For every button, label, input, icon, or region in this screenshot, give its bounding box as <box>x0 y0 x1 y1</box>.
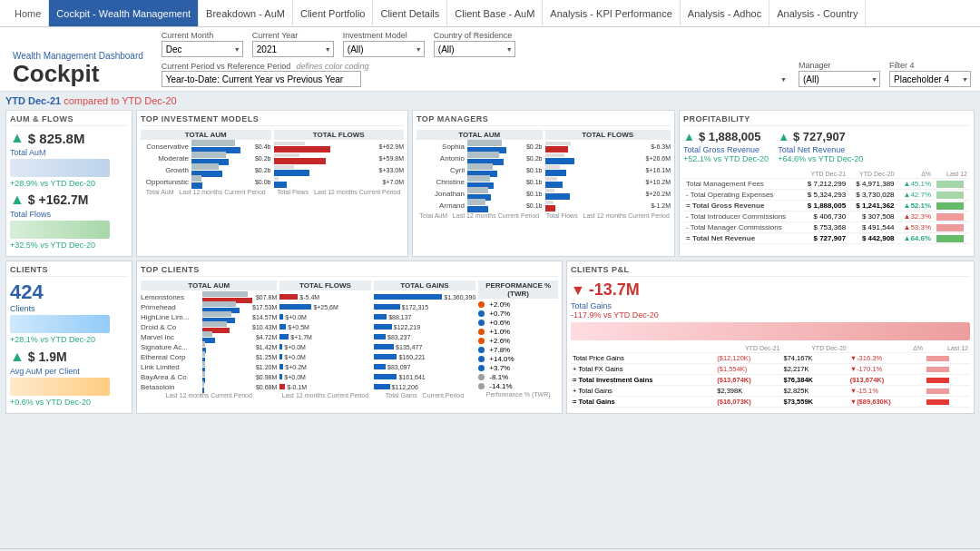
manager-select[interactable]: (All) <box>799 71 880 87</box>
cf-row-8: $+0.2M <box>279 362 370 371</box>
gross-revenue-label: Total Gross Revenue <box>683 145 769 154</box>
period-label: YTD Dec-21 <box>5 95 61 106</box>
profitability-title: PROFITABILITY <box>683 114 970 126</box>
perf-dot-6 <box>478 347 485 353</box>
main-content: YTD Dec-21 compared to YTD Dec-20 AuM & … <box>0 92 980 548</box>
current-month-select[interactable]: Dec <box>162 41 243 57</box>
nav-breakdown[interactable]: Breakdown - AuM <box>199 0 293 26</box>
page-title: Cockpit <box>13 61 143 87</box>
profitability-panel: PROFITABILITY ▲ $ 1,888,005 Total Gross … <box>679 110 975 257</box>
top-row: AuM & FLOWS ▲ $ 825.8M Total AuM +28.9% … <box>5 110 975 257</box>
perf-dot-3 <box>478 320 485 326</box>
inv-aum-bar-4: $0.0b <box>191 177 271 187</box>
nav-cockpit[interactable]: Cockpit - Wealth Management <box>49 0 199 26</box>
total-aum-label: Total AuM <box>10 148 128 157</box>
cp-row-5: +2.6% <box>478 337 558 345</box>
nav-analysis-kpi[interactable]: Analysis - KPI Performance <box>543 0 681 26</box>
mgr-aum-row-cyril: Cyril$0.1b <box>416 165 543 175</box>
inv-flows-footer: Total Flows Last 12 months Current Perio… <box>274 189 405 195</box>
inv-bar-section: TOTAL AUM Conservative $0.4b Moderate <box>141 130 404 195</box>
inv-aum-row-4: Opportunistic $0.0b <box>141 177 271 187</box>
nav-analysis-country[interactable]: Analysis - Country <box>769 0 866 26</box>
cf-row-7: $+0.0M <box>279 352 370 361</box>
ref-period-select[interactable]: Year-to-Date: Current Year vs Previous Y… <box>162 71 361 87</box>
gross-revenue-metric: ▲ $ 1,888,005 Total Gross Revenue +52.1%… <box>683 130 769 166</box>
nav-bar: Home Cockpit - Wealth Management Breakdo… <box>0 0 980 27</box>
inv-aum-row-1: Conservative $0.4b <box>141 142 271 152</box>
perf-dot-8 <box>478 365 485 371</box>
top-mgr-panel: TOP MANAGERS TOTAL AUM Sophia$0.2b Anton… <box>412 110 675 257</box>
cp-row-4: +1.0% <box>478 328 558 336</box>
clients-gains-footer: Total Gains Current Period <box>374 392 476 398</box>
country-label: Country of Residence <box>434 31 515 40</box>
pnl-value: -13.7M <box>589 280 640 300</box>
mgr-aum-chart: TOTAL AUM Sophia$0.2b Antonio$0.2b Cyril… <box>416 130 543 219</box>
cg-row-4: $122,219 <box>374 322 476 331</box>
nav-analysis-adhoc[interactable]: Analysis - Adhoc <box>681 0 769 26</box>
cg-row-1: $1,360,390 <box>374 292 476 301</box>
aum-flows-panel: AuM & FLOWS ▲ $ 825.8M Total AuM +28.9% … <box>5 110 132 257</box>
mgr-flows-row-cyril: $+16.1M <box>545 165 671 175</box>
flows-arrow-icon: ▲ <box>10 192 24 208</box>
top-clients-panel: TOP CLIENTS TOTAL AUM Lemonstones$07.8M … <box>136 261 563 414</box>
pnl-arrow-icon: ▼ <box>571 282 585 299</box>
clients-flows-chart: TOTAL FLOWS $-5.4M $+25.6M $+0.0M $+0.5M… <box>279 280 370 398</box>
clients-perf-title: PERFORMANCE % (TWR) <box>478 280 558 299</box>
client-row-3: HighLine Lim...$14.57M <box>141 312 277 321</box>
clients-perf-chart: PERFORMANCE % (TWR) +2.0% +0.7% +0.6% +1… <box>478 280 558 398</box>
cg-row-3: $88,137 <box>374 312 476 321</box>
clients-aum-footer: Last 12 months Current Period <box>141 392 277 398</box>
header: Wealth Management Dashboard Cockpit Curr… <box>0 27 980 92</box>
cg-row-9: $161,641 <box>374 372 476 381</box>
current-year-select[interactable]: 2021 <box>252 41 334 57</box>
mgr-aum-row-jonathan: Jonathan$0.1b <box>416 189 543 199</box>
color-coding-label: defines color coding <box>296 62 368 71</box>
pnl-row-2: + Total FX Gains($1,554K)$2,217K▼-170.1% <box>571 364 970 375</box>
pnl-gains-label: Total Gains <box>571 301 970 310</box>
mgr-bar-section: TOTAL AUM Sophia$0.2b Antonio$0.2b Cyril… <box>416 130 671 219</box>
cp-row-8: +3.7% <box>478 364 558 372</box>
client-row-8: Link Limited$1.20M <box>141 362 277 371</box>
cf-row-6: $+0.0M <box>279 342 370 351</box>
mgr-flows-footer: Total Flows Last 12 months Current Perio… <box>545 212 671 219</box>
nav-client-base[interactable]: Client Base - AuM <box>447 0 543 26</box>
pnl-row-1: Total Price Gains($12,120K)$74,167K▼-316… <box>571 353 970 364</box>
nav-client-details[interactable]: Client Details <box>373 0 447 26</box>
pnl-col-ytd21: YTD Dec-21 <box>715 344 781 353</box>
nav-client-portfolio[interactable]: Client Portfolio <box>293 0 374 26</box>
pnl-col-ytd20: YTD Dec-20 <box>781 344 848 353</box>
cf-row-9: $+0.0M <box>279 372 370 381</box>
pnl-row-3: = Total Investment Gains($13,674K)$76,38… <box>571 375 970 386</box>
avg-aum-arrow: ▲ <box>10 349 24 365</box>
bottom-row: CLIENTS 424 Clients +28.1% vs YTD Dec-20… <box>5 261 975 414</box>
cf-row-10: $-0.1M <box>279 382 370 391</box>
mgr-aum-rows: Sophia$0.2b Antonio$0.2b Cyril$0.1b Chri… <box>416 142 543 211</box>
nav-home[interactable]: Home <box>7 0 49 26</box>
clients-pnl-title: CLIENTS P&L <box>571 265 970 277</box>
profit-row-3: = Total Gross Revenue$ 1,888,005$ 1,241,… <box>683 201 970 212</box>
perf-dot-9 <box>478 374 485 380</box>
inv-aum-chart-title: TOTAL AUM <box>141 130 271 140</box>
top-inv-title: TOP INVESTMENT MODELS <box>141 114 404 126</box>
top-mgr-title: TOP MANAGERS <box>416 114 671 126</box>
perf-dot-1 <box>478 301 485 308</box>
clients-aum-chart: TOTAL AUM Lemonstones$07.8M Primehead$17… <box>141 280 277 398</box>
net-revenue-arrow: ▲ <box>778 130 789 143</box>
mgr-aum-row-antonio: Antonio$0.2b <box>416 153 543 163</box>
filter4-label: Filter 4 <box>889 61 971 70</box>
avg-aum-label: Avg AuM per Client <box>10 367 128 376</box>
investment-model-select[interactable]: (All) <box>343 41 425 57</box>
inv-model-label-2: Moderate <box>141 154 191 162</box>
filter4-select[interactable]: Placeholder 4 <box>889 71 971 87</box>
cg-row-6: $135,477 <box>374 342 476 351</box>
perf-dot-10 <box>478 383 485 389</box>
client-row-1: Lemonstones$07.8M <box>141 292 277 301</box>
cp-row-1: +2.0% <box>478 300 558 309</box>
mgr-aum-row-armand: Armand$0.1b <box>416 201 543 211</box>
clients-pnl-panel: CLIENTS P&L ▼ -13.7M Total Gains -117.9%… <box>566 261 975 414</box>
perf-dot-7 <box>478 356 485 362</box>
country-select[interactable]: (All) <box>434 41 515 57</box>
profit-row-2: - Total Operating Expenses$ 5,324,293$ 3… <box>683 190 970 201</box>
ref-period-label: Current Period vs Reference Period <box>162 62 291 71</box>
avg-aum-metric: ▲ $ 1.9M <box>10 349 128 365</box>
